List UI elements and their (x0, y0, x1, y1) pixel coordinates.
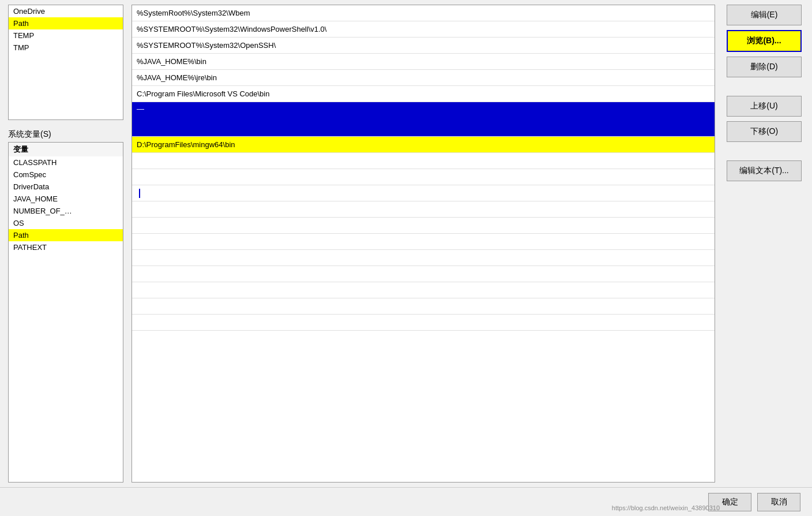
user-var-temp[interactable]: TEMP (9, 29, 123, 42)
path-item-empty-1[interactable] (132, 153, 715, 169)
sys-var-driverdata[interactable]: DriverData (9, 181, 123, 193)
path-item-3[interactable]: %JAVA_HOME%\bin (132, 54, 715, 70)
center-panel: %SystemRoot%\System32\Wbem %SYSTEMROOT%\… (127, 0, 720, 487)
path-item-empty-7[interactable] (132, 266, 715, 282)
path-text-8: D:\ProgramFiles\mingw64\bin (137, 140, 235, 149)
path-text-6: — (137, 104, 263, 113)
move-up-button[interactable]: 上移(U) (727, 96, 802, 117)
path-item-0[interactable]: %SystemRoot%\System32\Wbem (132, 5, 715, 21)
path-item-6-selected[interactable]: — (132, 102, 715, 137)
browse-button[interactable]: 浏览(B)... (727, 30, 802, 52)
path-text-0: %SystemRoot%\System32\Wbem (137, 9, 250, 17)
path-item-empty-10[interactable] (132, 315, 715, 331)
edit-text-button[interactable]: 编辑文本(T)... (727, 160, 802, 181)
path-item-1[interactable]: %SYSTEMROOT%\System32\WindowsPowerShell\… (132, 21, 715, 38)
path-item-2[interactable]: %SYSTEMROOT%\System32\OpenSSH\ (132, 38, 715, 54)
sys-var-path[interactable]: Path (9, 229, 123, 241)
path-text-2: %SYSTEMROOT%\System32\OpenSSH\ (137, 41, 276, 50)
sys-var-comspec[interactable]: ComSpec (9, 169, 123, 181)
path-item-empty-9[interactable] (132, 298, 715, 315)
sys-var-os[interactable]: OS (9, 217, 123, 229)
path-item-empty-2[interactable] (132, 169, 715, 185)
path-item-empty-5[interactable] (132, 234, 715, 250)
cancel-button[interactable]: 取消 (757, 493, 800, 511)
path-text-1: %SYSTEMROOT%\System32\WindowsPowerShell\… (137, 25, 326, 33)
path-item-empty-6[interactable] (132, 250, 715, 266)
sys-var-classpath[interactable]: CLASSPATH (9, 156, 123, 169)
left-panel: OneDrive Path TEMP TMP 系统变量(S) 变量 CLASSP… (0, 0, 127, 487)
path-item-empty-3[interactable] (132, 201, 715, 218)
move-down-button[interactable]: 下移(O) (727, 121, 802, 142)
sys-var-java-home[interactable]: JAVA_HOME (9, 193, 123, 205)
bottom-bar: https://blog.csdn.net/weixin_43890310 确定… (0, 487, 812, 516)
path-item-empty-8[interactable] (132, 282, 715, 298)
delete-button[interactable]: 删除(D) (727, 57, 802, 77)
path-text-4: %JAVA_HOME%\jre\bin (137, 73, 217, 82)
sys-var-header: 变量 (9, 143, 123, 156)
path-list-container[interactable]: %SystemRoot%\System32\Wbem %SYSTEMROOT%\… (131, 5, 715, 483)
user-var-tmp[interactable]: TMP (9, 42, 123, 54)
sys-var-number-of[interactable]: NUMBER_OF_… (9, 205, 123, 217)
cursor-indicator (139, 189, 140, 198)
path-item-empty-4[interactable] (132, 218, 715, 234)
path-item-cursor[interactable] (132, 185, 715, 201)
user-var-path[interactable]: Path (9, 17, 123, 29)
sys-vars-label: 系统变量(S) (2, 125, 125, 142)
path-text-3: %JAVA_HOME%\bin (137, 57, 206, 66)
main-container: OneDrive Path TEMP TMP 系统变量(S) 变量 CLASSP… (0, 0, 812, 487)
path-item-5[interactable]: C:\Program Files\Microsoft VS Code\bin (132, 86, 715, 102)
path-item-4[interactable]: %JAVA_HOME%\jre\bin (132, 70, 715, 86)
path-item-8-selected-yellow[interactable]: D:\ProgramFiles\mingw64\bin (132, 137, 715, 153)
user-var-onedrive[interactable]: OneDrive (9, 5, 123, 17)
watermark: https://blog.csdn.net/weixin_43890310 (612, 504, 720, 511)
right-panel: 编辑(E) 浏览(B)... 删除(D) 上移(U) 下移(O) 编辑文本(T)… (720, 0, 812, 487)
sys-var-pathext[interactable]: PATHEXT (9, 241, 123, 253)
user-vars-list[interactable]: OneDrive Path TEMP TMP (8, 5, 123, 120)
edit-button[interactable]: 编辑(E) (727, 5, 802, 25)
sys-vars-list[interactable]: 变量 CLASSPATH ComSpec DriverData JAVA_HOM… (8, 142, 123, 483)
path-text-5: C:\Program Files\Microsoft VS Code\bin (137, 89, 269, 98)
